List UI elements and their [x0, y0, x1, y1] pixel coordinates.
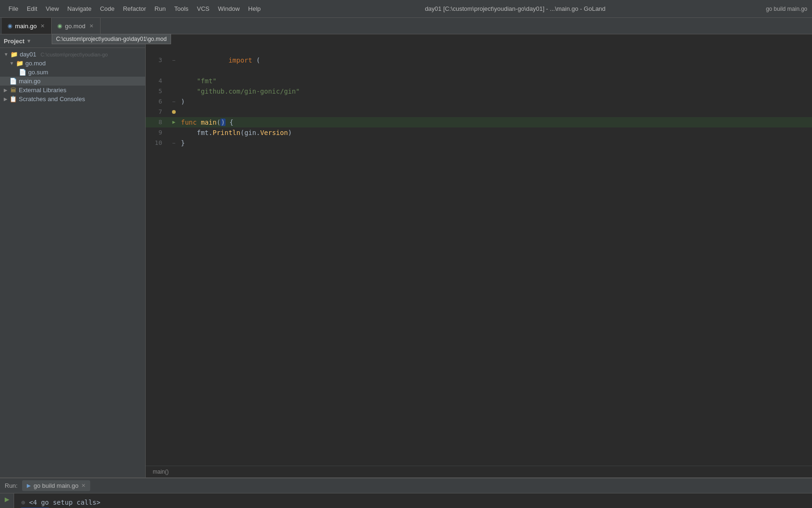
code-line-2: 2 — [146, 34, 812, 45]
println-method: Println — [212, 129, 240, 136]
tree-item-scratches[interactable]: ▶ 📋 Scratches and Consoles — [0, 95, 145, 103]
line-num-6: 6 — [146, 96, 169, 107]
run-panel: Run: ▶ go build main.go ✕ ▶ ↑ ■ ↓ ≡ ⇅ 📌 … — [0, 477, 812, 508]
menu-navigate[interactable]: Navigate — [63, 3, 95, 14]
tree-label-gomod-folder: go.mod — [25, 60, 46, 67]
code-line-7: 7 — [146, 107, 812, 117]
file-icon-gosum: 📄 — [19, 69, 26, 76]
menu-code[interactable]: Code — [96, 3, 118, 14]
run-icon-8[interactable]: ▶ — [172, 117, 176, 127]
code-line-10: 10 — } — [146, 138, 812, 148]
line-content-5: "github.com/gin-gonic/gin" — [179, 86, 812, 96]
menu-vcs[interactable]: VCS — [193, 3, 213, 14]
menu-refactor[interactable]: Refactor — [119, 3, 150, 14]
tree-item-gomod-folder[interactable]: ▼ 📁 go.mod — [0, 59, 145, 68]
menu-view[interactable]: View — [42, 3, 62, 14]
fold-10[interactable]: — — [172, 138, 176, 148]
gutter-10: — — [169, 138, 179, 148]
import-fmt: "fmt" — [197, 77, 217, 85]
code-lines: 2 3 — import ( 4 — [146, 34, 812, 466]
breadcrumb-bar: main() — [146, 466, 812, 477]
line-num-9: 9 — [146, 127, 169, 138]
main-layout: Project ▼ ⊕ ⇅ ⚙ — ▼ 📁 day01 C:\custom\pr… — [0, 34, 812, 477]
code-line-9: 9 fmt.Println(gin.Version) — [146, 127, 812, 138]
tab-tooltip: C:\custom\project\youdian-go\day01\go.mo… — [52, 34, 171, 44]
tree-item-maingo[interactable]: 📄 main.go — [0, 77, 145, 86]
menu-window[interactable]: Window — [214, 3, 243, 14]
fold-3[interactable]: — — [172, 55, 176, 65]
run-play-btn[interactable]: ▶ — [2, 496, 12, 503]
warning-icon — [172, 110, 176, 114]
tree-item-day01[interactable]: ▼ 📁 day01 C:\custom\project\youdian-go — [0, 50, 145, 59]
mod-file-icon: ◉ — [57, 23, 62, 29]
run-tab-icon: ▶ — [27, 483, 31, 489]
output-line-setup: ⊕ <4 go setup calls> — [21, 497, 805, 508]
line-num-10: 10 — [146, 138, 169, 148]
fold-6[interactable]: — — [172, 96, 176, 107]
folder-icon-day01: 📁 — [10, 51, 18, 58]
tree-label-external: External Libraries — [19, 87, 66, 94]
file-icon-maingo: 📄 — [9, 78, 17, 85]
editor-area: 2 3 — import ( 4 — [146, 34, 812, 477]
code-line-3: 3 — import ( — [146, 45, 812, 76]
window-title: day01 [C:\custom\project\youdian-go\day0… — [274, 5, 757, 12]
code-line-5: 5 "github.com/gin-gonic/gin" — [146, 86, 812, 96]
tree-label-scratches: Scratches and Consoles — [19, 95, 85, 103]
line-content-3: import ( — [179, 45, 812, 76]
sidebar-title-label: Project — [4, 38, 24, 45]
tab-main-go[interactable]: ◉ main.go ✕ — [2, 18, 52, 34]
code-editor[interactable]: 2 3 — import ( 4 — [146, 34, 812, 466]
tab-close-mod[interactable]: ✕ — [88, 23, 94, 29]
tree-label-day01: day01 — [20, 51, 36, 58]
line-num-5: 5 — [146, 86, 169, 96]
tree-item-external[interactable]: ▶ 🏛 External Libraries — [0, 86, 145, 95]
title-bar: File Edit View Navigate Code Refactor Ru… — [0, 0, 812, 18]
tab-label-main: main.go — [15, 23, 37, 30]
line-content-4: "fmt" — [179, 76, 812, 86]
tree-path-day01: C:\custom\project\youdian-go — [40, 52, 108, 57]
func-main-name: main — [201, 119, 217, 126]
import-gin: "github.com/gin-gonic/gin" — [197, 87, 300, 95]
gutter-8: ▶ — [169, 117, 179, 127]
paren-open: ( — [252, 56, 260, 64]
run-tab-close[interactable]: ✕ — [81, 483, 86, 489]
plus-icon: ⊕ — [21, 499, 29, 506]
gutter-7 — [169, 110, 179, 114]
menu-run[interactable]: Run — [151, 3, 170, 14]
code-line-6: 6 — ) — [146, 96, 812, 107]
run-tab-label: go build main.go — [33, 482, 78, 489]
sidebar: Project ▼ ⊕ ⇅ ⚙ — ▼ 📁 day01 C:\custom\pr… — [0, 34, 146, 477]
menu-help[interactable]: Help — [244, 3, 265, 14]
go-file-icon: ◉ — [8, 23, 12, 29]
run-tab-build[interactable]: ▶ go build main.go ✕ — [22, 480, 90, 491]
scratches-icon: 📋 — [9, 95, 17, 103]
tree-expand-day01: ▼ — [4, 52, 8, 57]
chevron-down-icon: ▼ — [26, 38, 31, 44]
line-num-8: 8 — [146, 117, 169, 127]
line-content-8: func main() { — [179, 117, 812, 127]
top-right-actions: go build main.go — [766, 6, 807, 12]
fmt-pkg: fmt — [197, 129, 209, 136]
line-num-4: 4 — [146, 76, 169, 86]
menu-bar: File Edit View Navigate Code Refactor Ru… — [5, 3, 265, 14]
run-output: ⊕ <4 go setup calls> v1.8.1 Process fini… — [14, 493, 812, 508]
menu-edit[interactable]: Edit — [23, 3, 41, 14]
tab-close-main[interactable]: ✕ — [39, 23, 46, 29]
tree-label-gosum: go.sum — [28, 69, 48, 76]
line-content-6: ) — [179, 96, 812, 107]
tree-item-gosum[interactable]: 📄 go.sum — [0, 68, 145, 77]
file-tree: ▼ 📁 day01 C:\custom\project\youdian-go ▼… — [0, 48, 145, 477]
line-content-10: } — [179, 138, 812, 148]
library-icon: 🏛 — [9, 87, 17, 94]
tab-go-mod[interactable]: ◉ go.mod ✕ C:\custom\project\youdian-go\… — [52, 18, 100, 34]
keyword-func: func — [181, 119, 197, 126]
menu-file[interactable]: File — [5, 3, 22, 14]
line-content-9: fmt.Println(gin.Version) — [179, 127, 812, 138]
tree-label-maingo: main.go — [19, 78, 40, 85]
top-right-label: go build main.go — [766, 6, 807, 12]
tab-label-mod: go.mod — [65, 23, 85, 30]
menu-tools[interactable]: Tools — [171, 3, 192, 14]
folder-icon-gomod: 📁 — [16, 60, 23, 67]
gin-pkg: gin — [244, 129, 256, 136]
line-num-7: 7 — [146, 107, 169, 117]
